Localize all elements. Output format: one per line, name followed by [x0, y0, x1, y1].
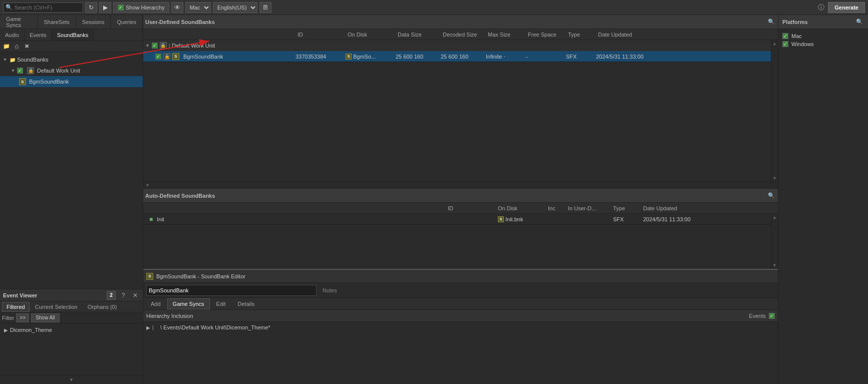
- ev-tab-current-selection[interactable]: Current Selection: [31, 302, 82, 312]
- subtab-events[interactable]: Events: [25, 29, 52, 41]
- subtab-soundbanks[interactable]: SoundBanks: [52, 29, 94, 41]
- refresh-button[interactable]: ↻: [85, 2, 97, 13]
- platforms-content: ✓ Mac ✓ Windows: [778, 29, 868, 51]
- auto-row-init[interactable]: ■ Init S Init.bnk SFX 2024/5/31 11: [143, 214, 771, 225]
- hierarchy-line-icon: |: [152, 325, 158, 330]
- platform-windows[interactable]: ✓ Windows: [782, 41, 864, 47]
- center-panel: User-Defined SoundBanks 🔍 ID On Disk Dat…: [143, 15, 778, 384]
- search-input[interactable]: [15, 5, 75, 11]
- language-icon-button[interactable]: 🖹: [259, 2, 271, 13]
- tab-sessions[interactable]: Sessions: [76, 15, 111, 29]
- notes-label: Notes: [320, 287, 340, 293]
- tree-label-bgm: BgmSoundBank: [29, 79, 69, 85]
- platforms-title: Platforms: [782, 19, 855, 25]
- ev-filter-arrow-btn[interactable]: >>: [16, 313, 29, 322]
- left-sub-tabs: Audio Events SoundBanks: [0, 29, 143, 41]
- col-ondisk: On Disk: [346, 32, 396, 38]
- editor-name-row: Notes: [143, 283, 778, 298]
- auto-row-ondisk-icon: S: [498, 216, 504, 222]
- delete-button[interactable]: ✖: [22, 42, 31, 51]
- auto-col-id: ID: [446, 205, 496, 211]
- tab-game-syncs[interactable]: Game Syncs: [0, 15, 38, 29]
- editor-tab-add[interactable]: Add: [145, 298, 166, 309]
- show-hierarchy-checkbox: ✓: [118, 5, 124, 11]
- editor-tabs: Add Game Syncs Edit Details: [143, 298, 778, 310]
- hierarchy-title: Hierarchy Inclusion: [146, 313, 749, 319]
- group-expand-icon: ▼: [145, 43, 150, 48]
- tree-item-soundbanks[interactable]: ▼ 📁 SoundBanks: [0, 54, 143, 65]
- nav-forward-button[interactable]: ▶: [99, 2, 111, 13]
- eye-button[interactable]: 👁: [171, 2, 183, 13]
- tree-label-dwu: Default Work Unit: [37, 68, 80, 74]
- platform-mac-label: Mac: [791, 33, 802, 39]
- editor-content: Hierarchy Inclusion Events ✓ ▶ | \ Event…: [143, 310, 778, 384]
- info-button[interactable]: ⓘ: [816, 3, 826, 13]
- ev-tab-orphans[interactable]: Orphans (0): [83, 302, 122, 312]
- tab-queries[interactable]: Queries: [111, 15, 143, 29]
- platform-windows-checkbox: ✓: [782, 41, 788, 47]
- editor-tab-game-syncs[interactable]: Game Syncs: [167, 298, 210, 309]
- col-freespace: Free Space: [526, 32, 566, 38]
- tab-sharesets[interactable]: ShareSets: [38, 15, 76, 29]
- group-header-row[interactable]: ▼ ✓ 🔒 | Default Work Unit: [143, 40, 771, 51]
- table-row-bgm[interactable]: ✓ 🔒 S BgmSoundBank 3370353384 S BgmSo...…: [143, 51, 771, 62]
- auto-defined-scrollbar[interactable]: ▲ ▼: [771, 214, 778, 269]
- editor-name-input[interactable]: [146, 285, 317, 296]
- hierarchy-events-checkbox: ✓: [769, 313, 775, 319]
- left-panel: Game Syncs ShareSets Sessions Queries Au…: [0, 15, 143, 384]
- soundbanks-tree: ▼ 📁 SoundBanks ▼ ✓ 🔒 Default Work Unit S…: [0, 52, 143, 289]
- user-defined-search-btn[interactable]: 🔍: [767, 18, 776, 27]
- ev-number-icon[interactable]: 2: [107, 291, 116, 300]
- show-hierarchy-toggle[interactable]: ✓ Show Hierarchy: [113, 2, 169, 13]
- folder-icon: 📁: [9, 56, 16, 63]
- auto-row-dateupdated: 2024/5/31 11:33:00: [641, 216, 769, 222]
- auto-defined-search-btn[interactable]: 🔍: [767, 191, 776, 200]
- group-lock-icon: 🔒: [160, 42, 167, 49]
- row-lock-icon: 🔒: [163, 53, 170, 60]
- group-label: Default Work Unit: [172, 43, 215, 49]
- import-button[interactable]: ⎙: [12, 42, 21, 51]
- auto-defined-title: Auto-Defined SoundBanks: [145, 193, 767, 199]
- editor-icon: S: [146, 273, 153, 280]
- user-defined-col-headers: ID On Disk Data Size Decoded Size Max Si…: [143, 29, 778, 40]
- event-viewer-header: Event Viewer 2 ? ✕: [0, 289, 143, 301]
- editor-tab-details[interactable]: Details: [232, 298, 260, 309]
- left-top-tabs: Game Syncs ShareSets Sessions Queries: [0, 15, 143, 29]
- tree-item-bgm-soundbank[interactable]: S BgmSoundBank: [0, 76, 143, 87]
- hierarchy-path-row[interactable]: ▶ | \ Events\Default Work Unit\Dicemon_T…: [143, 322, 778, 333]
- ev-bottom-scrollbar[interactable]: ▼: [0, 375, 143, 384]
- ev-help-button[interactable]: ?: [119, 291, 128, 300]
- language-select[interactable]: English(US): [213, 2, 257, 13]
- ev-item[interactable]: ▶ Dicemon_Theme: [2, 324, 141, 335]
- platforms-search-btn[interactable]: 🔍: [855, 18, 864, 27]
- hierarchy-expand-icon: ▶: [146, 325, 150, 330]
- auto-row-type: SFX: [611, 216, 641, 222]
- row-name: BgmSoundBank: [181, 54, 225, 60]
- event-viewer-title: Event Viewer: [3, 292, 37, 298]
- generate-button[interactable]: Generate: [828, 2, 865, 13]
- ev-show-all-btn[interactable]: Show All: [31, 313, 59, 322]
- row-dateupdated: 2024/5/31 11:33:00: [594, 54, 769, 60]
- ev-tab-filtered[interactable]: Filtered: [2, 302, 30, 312]
- add-folder-button[interactable]: 📁: [2, 42, 11, 51]
- platform-mac[interactable]: ✓ Mac: [782, 33, 864, 39]
- expand-icon: ▼: [2, 57, 8, 62]
- platform-select[interactable]: Mac: [185, 2, 211, 13]
- tree-item-default-work-unit[interactable]: ▼ ✓ 🔒 Default Work Unit: [0, 65, 143, 76]
- ev-close-button[interactable]: ✕: [131, 291, 140, 300]
- editor-tab-edit[interactable]: Edit: [211, 298, 231, 309]
- user-defined-scrollbar[interactable]: ▲ ▼: [771, 40, 778, 182]
- user-defined-table-body: ▼ ✓ 🔒 | Default Work Unit ✓ 🔒 S: [143, 40, 771, 182]
- event-viewer: Event Viewer 2 ? ✕ Filtered Current Sele…: [0, 289, 143, 384]
- auto-row-ondisk: S Init.bnk: [496, 216, 546, 222]
- search-box[interactable]: 🔍: [3, 3, 83, 13]
- ev-tab-bar: Filtered Current Selection Orphans (0): [0, 301, 143, 312]
- col-id: ID: [296, 32, 346, 38]
- top-toolbar: 🔍 ↻ ▶ ✓ Show Hierarchy 👁 Mac English(US)…: [0, 0, 868, 15]
- user-defined-title: User-Defined SoundBanks: [145, 19, 767, 25]
- tree-label-soundbanks: SoundBanks: [17, 57, 48, 63]
- subtab-audio[interactable]: Audio: [0, 29, 25, 41]
- ev-content: ▶ Dicemon_Theme: [0, 323, 143, 375]
- auto-col-dateupdated: Date Updated: [641, 205, 769, 211]
- auto-col-inuser: In User-D...: [566, 205, 611, 211]
